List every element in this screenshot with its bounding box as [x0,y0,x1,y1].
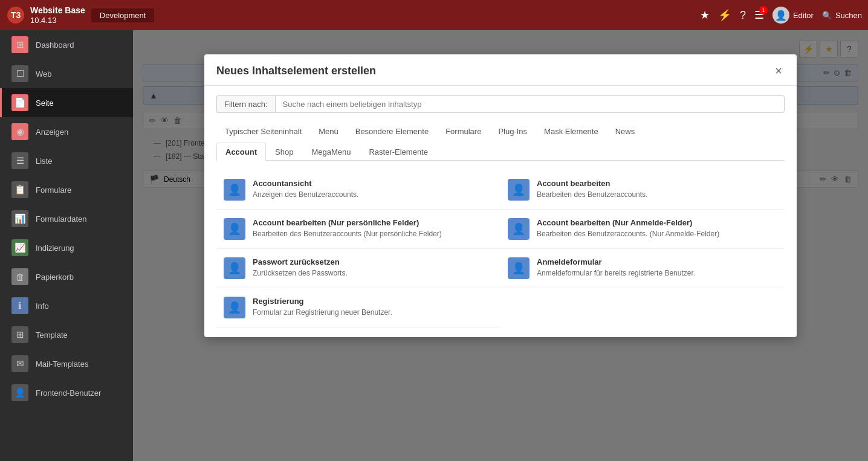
formulare-icon: 📋 [11,181,28,198]
secondary-tabs: Account Shop MegaMenu Raster-Elemente [216,143,785,161]
content-item-anmeldeformular[interactable]: 👤 Anmeldeformular Anmeldeformular für be… [500,249,785,288]
sidebar-item-formulare[interactable]: 📋 Formulare [0,175,133,204]
environment-badge: Development [91,8,155,22]
search-icon: 🔍 [822,11,832,20]
passwort-icon: 👤 [224,257,245,279]
account-anmelde-title: Account bearbeiten (Nur Anmelde-Felder) [537,218,777,227]
account-pers-desc: Bearbeiten des Benutzeraccounts (Nur per… [253,229,493,239]
accountansicht-icon: 👤 [224,179,245,201]
modal-close-button[interactable]: × [772,64,785,78]
formulardaten-icon: 📊 [11,210,28,227]
sidebar-label-info: Info [36,301,49,311]
account-bearbeiten-title: Account bearbeiten [537,179,777,188]
content-area: ⚡ ★ ? ✏ ⊙ 🗑 ▲ [133,30,868,461]
accountansicht-title: Accountansicht [253,179,493,188]
sidebar-item-dashboard[interactable]: ⊞ Dashboard [0,30,133,59]
account-pers-icon: 👤 [224,218,245,240]
tab-news[interactable]: News [607,123,644,141]
sidebar-item-mail-templates[interactable]: ✉ Mail-Templates [0,349,133,378]
mail-icon: ✉ [11,355,28,372]
info-icon: ℹ [11,297,28,314]
sidebar-item-seite[interactable]: 📄 Seite [0,88,133,117]
filter-label: Filtern nach: [216,95,275,113]
sidebar-label-web: Web [36,69,52,79]
sidebar-label-dashboard: Dashboard [36,40,74,50]
sidebar-item-indizierung[interactable]: 📈 Indizierung [0,233,133,262]
lightning-icon[interactable]: ⚡ [718,8,731,22]
tab-raster[interactable]: Raster-Elemente [360,143,437,161]
tab-account[interactable]: Account [216,143,266,161]
sidebar-item-liste[interactable]: ☰ Liste [0,146,133,175]
content-item-account-pers[interactable]: 👤 Account bearbeiten (Nur persönliche Fe… [216,210,500,249]
svg-text:T3: T3 [11,10,21,20]
account-bearbeiten-icon: 👤 [508,179,530,201]
sidebar-label-liste: Liste [36,156,52,166]
modal-overlay: Neues Inhaltselement erstellen × Filtern… [133,30,868,461]
tab-shop[interactable]: Shop [266,143,302,161]
content-item-passwort[interactable]: 👤 Passwort zurücksetzen Zurücksetzen des… [216,249,500,288]
user-menu[interactable]: 👤 Editor [772,7,814,24]
tab-formulare[interactable]: Formulare [437,123,490,141]
sidebar-label-template: Template [36,330,68,340]
account-bearbeiten-desc: Bearbeiten des Benutzeraccounts. [537,190,777,200]
sidebar-item-frontend-benutzer[interactable]: 👤 Frontend-Benutzer [0,378,133,407]
passwort-title: Passwort zurücksetzen [253,257,493,266]
tab-plugins[interactable]: Plug-Ins [490,123,536,141]
sidebar-item-anzeigen[interactable]: ◉ Anzeigen [0,117,133,146]
content-item-accountansicht[interactable]: 👤 Accountansicht Anzeigen des Benutzerac… [216,170,500,210]
account-anmelde-desc: Bearbeiten des Benutzeraccounts. (Nur An… [537,229,777,239]
logo: T3 Website Base 10.4.13 [6,5,85,25]
sidebar-item-info[interactable]: ℹ Info [0,291,133,320]
content-item-account-anmelde[interactable]: 👤 Account bearbeiten (Nur Anmelde-Felder… [500,210,785,249]
filter-input[interactable] [275,95,785,113]
anmeldeformular-desc: Anmeldeformular für bereits registrierte… [537,268,777,279]
content-item-registrierung[interactable]: 👤 Registrierung Formular zur Registrieru… [216,288,500,327]
user-avatar: 👤 [772,7,789,24]
sidebar-label-formulare: Formulare [36,185,71,195]
account-anmelde-icon: 👤 [508,218,530,240]
main-layout: ⊞ Dashboard ☐ Web 📄 Seite ◉ Anzeigen ☰ L… [0,30,868,461]
topbar-actions: ★ ⚡ ? ☰ 1 👤 Editor 🔍 Suchen [700,7,862,24]
logo-icon: T3 [6,5,25,25]
topbar: T3 Website Base 10.4.13 Development ★ ⚡ … [0,0,868,30]
tab-mask[interactable]: Mask Elemente [536,123,607,141]
tab-typischer[interactable]: Typischer Seiteninhalt [216,123,310,141]
seite-icon: 📄 [11,94,28,111]
content-item-account-bearbeiten[interactable]: 👤 Account bearbeiten Bearbeiten des Benu… [500,170,785,210]
accountansicht-desc: Anzeigen des Benutzeraccounts. [253,190,493,200]
tab-menue[interactable]: Menü [310,123,347,141]
sidebar-item-web[interactable]: ☐ Web [0,59,133,88]
sidebar-label-mail: Mail-Templates [36,359,88,369]
search-label: Suchen [835,11,862,20]
notification-badge: 1 [759,6,768,15]
registrierung-icon: 👤 [224,297,245,318]
primary-tabs: Typischer Seiteninhalt Menü Besondere El… [216,123,785,141]
template-icon: ⊞ [11,326,28,343]
content-items-grid: 👤 Accountansicht Anzeigen des Benutzerac… [216,170,785,327]
frontend-icon: 👤 [11,384,28,401]
notifications-icon[interactable]: ☰ 1 [754,8,764,22]
sidebar-label-formulardaten: Formulardaten [36,214,87,224]
modal-title: Neues Inhaltselement erstellen [216,65,376,77]
help-icon[interactable]: ? [740,9,746,22]
anmeldeformular-icon: 👤 [508,257,530,279]
sidebar-item-template[interactable]: ⊞ Template [0,320,133,349]
sidebar-label-frontend: Frontend-Benutzer [36,388,101,398]
tab-besondere[interactable]: Besondere Elemente [347,123,437,141]
sidebar-item-formulardaten[interactable]: 📊 Formulardaten [0,204,133,233]
registrierung-desc: Formular zur Registrierung neuer Benutze… [253,308,493,318]
sidebar-label-papierkorb: Papierkorb [36,272,74,282]
modal-body: Filtern nach: Typischer Seiteninhalt Men… [204,86,797,337]
sidebar: ⊞ Dashboard ☐ Web 📄 Seite ◉ Anzeigen ☰ L… [0,30,133,461]
liste-icon: ☰ [11,152,28,169]
bookmarks-icon[interactable]: ★ [700,8,710,22]
filter-row: Filtern nach: [216,95,785,113]
passwort-desc: Zurücksetzen des Passworts. [253,268,493,279]
account-pers-title: Account bearbeiten (Nur persönliche Feld… [253,218,493,227]
tab-megamenu[interactable]: MegaMenu [302,143,360,161]
papierkorb-icon: 🗑 [11,268,28,285]
sidebar-label-seite: Seite [36,98,54,108]
search-trigger[interactable]: 🔍 Suchen [822,11,862,20]
modal-create-content: Neues Inhaltselement erstellen × Filtern… [204,54,797,337]
sidebar-item-papierkorb[interactable]: 🗑 Papierkorb [0,262,133,291]
